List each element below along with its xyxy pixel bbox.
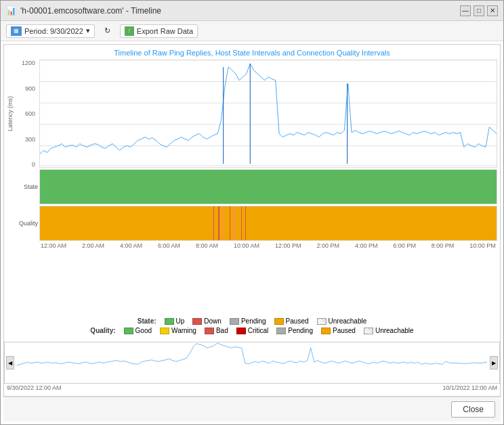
- legend-down-box: [192, 318, 202, 325]
- legend-unreachable-quality-box: [364, 328, 373, 334]
- y-tick-900: 900: [25, 85, 35, 92]
- y-axis-numbers: 1200 900 600 300 0: [15, 60, 37, 168]
- latency-chart: [39, 60, 497, 168]
- bottom-bar: Close: [3, 397, 501, 422]
- calendar-icon: ▦: [11, 26, 22, 36]
- close-window-button[interactable]: ✕: [487, 5, 498, 16]
- state-chart: [39, 169, 497, 204]
- legend-critical-label: Critical: [248, 327, 269, 334]
- charts-container: 12:00 AM 2:00 AM 4:00 AM 6:00 AM 8:00 AM…: [39, 60, 497, 315]
- legend-good-box: [124, 328, 133, 334]
- title-bar-left: 📊 'h-00001.emcosoftware.com' - Timeline: [6, 6, 161, 16]
- state-label-container: State: [7, 169, 39, 204]
- x-label-20: 8:00 PM: [432, 242, 455, 315]
- export-icon: ↑: [125, 26, 134, 36]
- export-label: Export Raw Data: [137, 27, 193, 35]
- quality-critical-2: [218, 206, 219, 240]
- legend-up: Up: [165, 317, 185, 325]
- mini-timeline-labels: 9/30/2022 12:00 AM 10/1/2022 12:00 AM: [4, 384, 500, 392]
- x-label-4: 4:00 AM: [120, 242, 142, 315]
- mini-timeline[interactable]: ◀ ▶: [4, 342, 500, 384]
- main-window: 📊 'h-00001.emcosoftware.com' - Timeline …: [0, 0, 504, 425]
- x-axis-labels: 12:00 AM 2:00 AM 4:00 AM 6:00 AM 8:00 AM…: [39, 242, 497, 315]
- latency-label: Latency (ms): [7, 60, 14, 168]
- latency-y-axis: Latency (ms) 1200 900 600 300 0: [7, 60, 39, 168]
- legend-paused-box: [274, 318, 284, 325]
- window-icon: 📊: [6, 6, 16, 16]
- quality-critical-5: [245, 206, 246, 240]
- y-tick-300: 300: [25, 136, 35, 143]
- scroll-right-button[interactable]: ▶: [490, 356, 498, 370]
- maximize-button[interactable]: □: [474, 5, 484, 16]
- mini-label-start: 9/30/2022 12:00 AM: [7, 384, 62, 391]
- window-title: 'h-00001.emcosoftware.com' - Timeline: [20, 6, 161, 16]
- mini-label-end: 10/1/2022 12:00 AM: [442, 384, 497, 391]
- chart-title: Timeline of Raw Ping Replies, Host State…: [4, 49, 500, 57]
- quality-critical-3: [230, 206, 230, 240]
- y-tick-0: 0: [32, 161, 35, 168]
- quality-chart: [39, 206, 497, 241]
- x-label-8: 8:00 AM: [196, 242, 218, 315]
- export-button[interactable]: ↑ Export Raw Data: [120, 24, 198, 38]
- quality-bad-1: [223, 206, 224, 240]
- period-label: Period: 9/30/2022: [24, 27, 83, 35]
- quality-legend-row: Quality: Good Warning Bad: [11, 327, 493, 334]
- legend-warning-box: [160, 328, 169, 334]
- y-tick-1200: 1200: [22, 60, 35, 66]
- svg-rect-9: [17, 342, 487, 371]
- legend-quality-pending-label: Pending: [288, 327, 313, 334]
- legend-bad: Bad: [205, 327, 228, 334]
- toolbar: ▦ Period: 9/30/2022 ▾ ↻ ↑ Export Raw Dat…: [1, 21, 503, 41]
- legend-bad-label: Bad: [216, 327, 228, 334]
- legend-pending-label: Pending: [241, 317, 266, 325]
- legend-unreachable-state: Unreachable: [317, 317, 367, 325]
- legend-pending: Pending: [230, 317, 266, 325]
- legend-critical: Critical: [236, 327, 269, 334]
- legend-paused-label: Paused: [286, 317, 309, 325]
- quality-label: Quality: [19, 220, 38, 227]
- period-button[interactable]: ▦ Period: 9/30/2022 ▾: [6, 24, 95, 38]
- state-legend-title: State:: [138, 317, 156, 325]
- legend-unreachable-quality-label: Unreachable: [375, 327, 414, 334]
- legend-paused: Paused: [274, 317, 309, 325]
- quality-label-container: Quality: [7, 206, 39, 241]
- minimize-button[interactable]: —: [460, 5, 471, 16]
- close-button[interactable]: Close: [451, 401, 495, 418]
- quality-legend-title: Quality:: [90, 327, 115, 334]
- legend-warning: Warning: [160, 327, 196, 334]
- refresh-button[interactable]: ↻: [100, 25, 114, 37]
- legend-up-box: [165, 318, 174, 325]
- legend-down-label: Down: [204, 317, 222, 325]
- state-label: State: [24, 183, 38, 190]
- title-bar: 📊 'h-00001.emcosoftware.com' - Timeline …: [1, 1, 503, 21]
- legend-up-label: Up: [176, 317, 185, 325]
- period-dropdown-icon: ▾: [86, 26, 90, 35]
- x-label-2: 2:00 AM: [82, 242, 104, 315]
- y-axis-area: Latency (ms) 1200 900 600 300 0 State: [7, 60, 39, 315]
- x-label-16: 4:00 PM: [355, 242, 378, 315]
- legend-bad-box: [205, 328, 214, 334]
- state-legend-row: State: Up Down Pending: [11, 317, 493, 325]
- quality-bad-2: [234, 206, 235, 240]
- y-tick-600: 600: [25, 110, 35, 117]
- legend-quality-pending-box: [276, 328, 286, 334]
- chart-area: Timeline of Raw Ping Replies, Host State…: [3, 44, 501, 397]
- x-label-12: 12:00 PM: [275, 242, 301, 315]
- legend-quality-pending: Pending: [276, 327, 313, 334]
- x-label-10: 10:00 AM: [234, 242, 259, 315]
- content-area: Timeline of Raw Ping Replies, Host State…: [1, 41, 503, 424]
- legend-down: Down: [192, 317, 222, 325]
- mini-timeline-svg: [17, 342, 487, 371]
- legend-unreachable-state-label: Unreachable: [329, 317, 367, 325]
- legend-area: State: Up Down Pending: [4, 315, 500, 339]
- legend-good: Good: [124, 327, 152, 334]
- x-label-14: 2:00 PM: [316, 242, 339, 315]
- legend-quality-paused-label: Paused: [333, 327, 356, 334]
- scroll-left-button[interactable]: ◀: [6, 356, 14, 370]
- title-bar-controls: — □ ✕: [460, 5, 498, 16]
- x-label-18: 6:00 PM: [393, 242, 416, 315]
- legend-unreachable-quality: Unreachable: [364, 327, 414, 334]
- legend-quality-paused-box: [321, 328, 331, 334]
- quality-critical-1: [213, 206, 214, 240]
- legend-warning-label: Warning: [171, 327, 196, 334]
